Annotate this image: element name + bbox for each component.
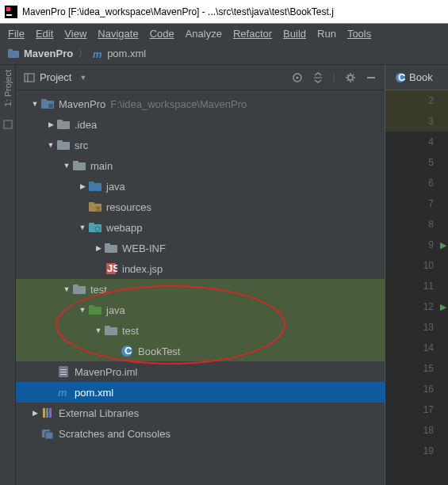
project-tree[interactable]: ▼MavenProF:\idea_workspace\MavenPro▶.ide… xyxy=(16,90,385,485)
chevron-down-icon[interactable]: ▼ xyxy=(78,306,87,314)
editor-gutter[interactable]: 23456789▶101112▶13141516171819 xyxy=(385,90,448,485)
tree-label: java xyxy=(106,181,125,193)
locate-icon[interactable] xyxy=(292,72,303,83)
chevron-down-icon[interactable]: ▼ xyxy=(78,223,87,231)
chevron-down-icon[interactable]: ▼ xyxy=(30,100,40,108)
class-icon: C xyxy=(395,72,406,83)
svg-rect-50 xyxy=(43,408,45,418)
panel-title[interactable]: Project xyxy=(40,71,71,83)
chevron-down-icon[interactable]: ▼ xyxy=(46,141,56,149)
window-title-bar: MavenPro [F:\idea_workspace\MavenPro] - … xyxy=(0,0,448,24)
tree-row[interactable]: ▼java xyxy=(16,300,385,320)
tree-row[interactable]: ▶java xyxy=(16,176,385,197)
menu-navigate[interactable]: Navigate xyxy=(93,26,143,41)
menu-file[interactable]: File xyxy=(3,26,29,41)
chevron-right-icon[interactable]: ▶ xyxy=(46,120,56,128)
gutter-line[interactable]: 15 xyxy=(385,358,448,379)
gutter-line[interactable]: 7 xyxy=(385,193,448,214)
editor-area: C Book 23456789▶101112▶13141516171819 xyxy=(385,65,448,485)
breadcrumb-project[interactable]: MavenPro xyxy=(24,48,73,59)
chevron-down-icon[interactable]: ▼ xyxy=(62,162,71,170)
chevron-right-icon[interactable]: ▶ xyxy=(78,182,87,190)
tree-row[interactable]: ▼test xyxy=(16,279,385,300)
jsp-icon: JSP xyxy=(105,262,117,275)
gutter-line[interactable]: 16 xyxy=(385,379,448,399)
tree-row[interactable]: ▼main xyxy=(16,155,385,176)
gutter-line[interactable]: 14 xyxy=(385,338,448,358)
tree-label: pom.xml xyxy=(75,387,113,399)
structure-icon[interactable] xyxy=(2,119,13,130)
svg-rect-38 xyxy=(73,285,78,288)
run-gutter-icon[interactable]: ▶ xyxy=(440,302,446,312)
gutter-line[interactable]: 18 xyxy=(385,420,448,441)
chevron-down-icon[interactable]: ▼ xyxy=(94,327,103,334)
tree-label: main xyxy=(90,160,113,172)
menu-build[interactable]: Build xyxy=(278,26,311,41)
svg-rect-27 xyxy=(96,207,100,208)
tree-row[interactable]: ▼MavenProF:\idea_workspace\MavenPro xyxy=(16,94,385,114)
svg-rect-51 xyxy=(46,408,48,418)
lib-icon xyxy=(41,407,54,419)
rail-project-label[interactable]: 1: Project xyxy=(3,70,13,106)
tree-row[interactable]: resources xyxy=(16,197,385,217)
gutter-line[interactable]: 3 xyxy=(385,111,448,132)
tree-row[interactable]: ▼webapp xyxy=(16,217,385,238)
gutter-line[interactable]: 5 xyxy=(385,152,448,173)
editor-tab[interactable]: C Book xyxy=(390,68,438,86)
gutter-line[interactable]: 9▶ xyxy=(385,235,448,255)
menu-run[interactable]: Run xyxy=(312,26,341,41)
svg-text:C: C xyxy=(124,345,132,357)
collapse-icon[interactable] xyxy=(312,72,324,83)
chevron-right-icon[interactable]: ▶ xyxy=(94,244,103,252)
gutter-line[interactable]: 10 xyxy=(385,255,448,276)
svg-rect-24 xyxy=(89,181,94,185)
gutter-line[interactable]: 6 xyxy=(385,173,448,193)
panel-dropdown-icon[interactable]: ▼ xyxy=(79,74,86,82)
tree-row[interactable]: ▼src xyxy=(16,135,385,155)
chevron-down-icon[interactable]: ▼ xyxy=(62,285,71,293)
tree-row[interactable]: MavenPro.iml xyxy=(16,361,385,382)
folder-icon xyxy=(57,139,70,151)
gutter-line[interactable]: 12▶ xyxy=(385,296,448,317)
tree-row[interactable]: ▶WEB-INF xyxy=(16,238,385,258)
tree-row[interactable]: JSPindex.jsp xyxy=(16,258,385,279)
iml-icon xyxy=(57,365,70,378)
tree-row[interactable]: CBookTest xyxy=(16,341,385,361)
tree-row[interactable]: ▶.idea xyxy=(16,114,385,135)
gutter-line[interactable]: 17 xyxy=(385,399,448,420)
gutter-line[interactable]: 13 xyxy=(385,317,448,338)
svg-rect-6 xyxy=(4,120,12,128)
breadcrumb-file[interactable]: pom.xml xyxy=(107,48,146,59)
tree-row[interactable]: mpom.xml xyxy=(16,382,385,403)
run-gutter-icon[interactable]: ▶ xyxy=(440,240,446,250)
chevron-right-icon[interactable]: ▶ xyxy=(30,409,40,417)
gutter-line[interactable]: 11 xyxy=(385,276,448,296)
folder-icon xyxy=(73,159,86,172)
gear-icon[interactable] xyxy=(345,72,356,83)
hide-icon[interactable] xyxy=(366,72,377,83)
menu-edit[interactable]: Edit xyxy=(31,26,58,41)
project-icon xyxy=(8,48,19,59)
svg-text:C: C xyxy=(398,72,406,83)
gutter-line[interactable]: 8 xyxy=(385,214,448,235)
menu-code[interactable]: Code xyxy=(145,26,179,41)
gutter-line[interactable]: 4 xyxy=(385,132,448,152)
gutter-line[interactable]: 2 xyxy=(385,90,448,111)
menu-refactor[interactable]: Refactor xyxy=(228,26,277,41)
menu-analyze[interactable]: Analyze xyxy=(181,26,227,41)
svg-text:m: m xyxy=(58,387,67,399)
svg-rect-42 xyxy=(105,326,110,329)
tree-row[interactable]: ▶External Libraries xyxy=(16,403,385,423)
folder-java-icon xyxy=(89,180,101,193)
tree-label: index.jsp xyxy=(122,263,163,275)
svg-rect-31 xyxy=(89,223,94,226)
svg-rect-47 xyxy=(60,372,67,372)
folder-test-icon xyxy=(89,304,101,316)
menu-tools[interactable]: Tools xyxy=(343,26,376,41)
gutter-line[interactable]: 19 xyxy=(385,441,448,461)
tree-label: MavenPro.iml xyxy=(75,366,137,378)
tree-row[interactable]: ▼test xyxy=(16,320,385,341)
tree-row[interactable]: Scratches and Consoles xyxy=(16,423,385,444)
tree-label: java xyxy=(106,304,125,316)
menu-view[interactable]: View xyxy=(59,26,91,41)
